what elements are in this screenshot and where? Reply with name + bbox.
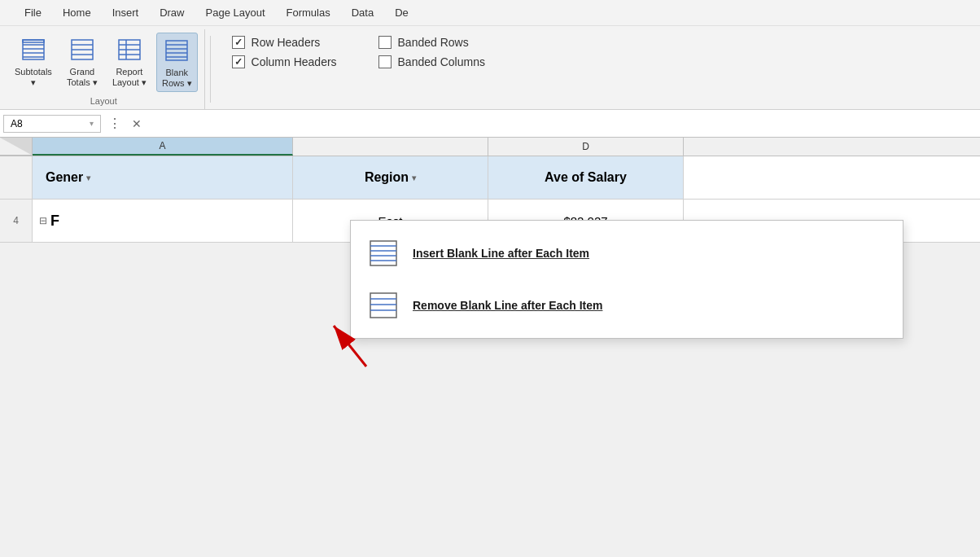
checkbox-group: Row Headers Banded Rows Column Headers — [219, 29, 525, 75]
report-layout-button[interactable]: Report Layout ▾ — [107, 33, 151, 90]
cell-a4[interactable]: ⊟ F — [33, 200, 293, 242]
formula-bar-cancel[interactable]: ✕ — [127, 114, 147, 134]
subtotals-icon — [19, 35, 48, 64]
blank-rows-dropdown: Insert Blank Line after Each Item Remove… — [350, 220, 903, 339]
menu-draw[interactable]: Draw — [151, 3, 192, 22]
report-layout-icon — [115, 35, 144, 64]
blank-rows-label: Blank Rows ▾ — [162, 68, 192, 89]
ribbon-toolbar: Subtotals ▾ Grand — [0, 26, 980, 109]
checkbox-row-2: Column Headers Banded Columns — [232, 55, 512, 68]
corner-cell — [0, 138, 33, 156]
subtotals-button[interactable]: Subtotals ▾ — [10, 33, 57, 90]
menu-home[interactable]: Home — [55, 3, 99, 22]
menu-more[interactable]: De — [387, 3, 417, 22]
menu-insert[interactable]: Insert — [104, 3, 147, 22]
insert-blank-line-label: Insert Blank Line after Each Item — [413, 247, 589, 260]
layout-group-label: Layout — [10, 92, 198, 109]
table-style-options-group: Row Headers Banded Rows Column Headers — [216, 29, 532, 109]
grand-totals-button[interactable]: Grand Totals ▾ — [62, 33, 103, 90]
grand-totals-label: Grand Totals ▾ — [67, 67, 98, 88]
cell-c3[interactable]: Ave of Salary — [488, 156, 684, 199]
layout-group-content: Subtotals ▾ Grand — [10, 29, 198, 92]
cell-a3-dropdown-arrow[interactable]: ▾ — [86, 173, 90, 182]
cell-a3[interactable]: Gener ▾ — [33, 156, 293, 199]
menu-file[interactable]: File — [16, 3, 50, 22]
row-num-3 — [0, 156, 33, 199]
expand-icon[interactable]: ⊟ — [39, 215, 47, 226]
layout-group: Subtotals ▾ Grand — [7, 29, 205, 109]
blank-rows-button[interactable]: Blank Rows ▾ — [156, 33, 198, 92]
remove-blank-line-label: Remove Blank Line after Each Item — [413, 299, 602, 312]
checkbox-row-1: Row Headers Banded Rows — [232, 36, 512, 49]
cell-b3-value: Region — [365, 170, 409, 185]
menu-page-layout[interactable]: Page Layout — [198, 3, 273, 22]
name-box[interactable]: A8 ▾ — [3, 115, 101, 133]
column-headers-checkbox[interactable] — [232, 55, 245, 68]
report-layout-label: Report Layout ▾ — [112, 67, 147, 88]
svg-rect-20 — [370, 241, 396, 265]
remove-blank-line-item[interactable]: Remove Blank Line after Each Item — [351, 279, 903, 331]
menu-formulas[interactable]: Formulas — [278, 3, 339, 22]
cell-c3-value: Ave of Salary — [545, 170, 627, 185]
subtotals-label: Subtotals ▾ — [15, 67, 52, 88]
menu-bar: File Home Insert Draw Page Layout Formul… — [0, 0, 980, 26]
col-headers-row: A D — [0, 138, 980, 156]
svg-marker-31 — [0, 138, 33, 156]
banded-columns-checkbox-item[interactable]: Banded Columns — [378, 55, 512, 68]
col-header-d[interactable]: D — [488, 138, 684, 156]
banded-columns-label: Banded Columns — [398, 55, 512, 68]
row-num-4: 4 — [0, 200, 33, 242]
banded-columns-checkbox[interactable] — [378, 55, 392, 68]
column-headers-checkbox-item[interactable]: Column Headers — [232, 55, 365, 68]
row-headers-label: Row Headers — [252, 36, 365, 49]
banded-rows-checkbox-item[interactable]: Banded Rows — [378, 36, 512, 49]
col-header-b[interactable] — [293, 138, 488, 156]
row-headers-checkbox[interactable] — [232, 36, 245, 49]
row-headers-checkbox-item[interactable]: Row Headers — [232, 36, 365, 49]
insert-blank-line-item[interactable]: Insert Blank Line after Each Item — [351, 227, 903, 279]
remove-blank-line-icon — [367, 289, 400, 322]
column-headers-label: Column Headers — [252, 55, 365, 68]
menu-data[interactable]: Data — [343, 3, 382, 22]
cell-a4-value: F — [50, 213, 59, 230]
data-row-3: Gener ▾ Region ▾ Ave of Salary — [0, 156, 980, 200]
ribbon-divider — [210, 36, 211, 103]
banded-rows-checkbox[interactable] — [378, 36, 392, 49]
svg-rect-25 — [370, 293, 396, 318]
cell-reference: A8 — [11, 118, 23, 129]
cell-b3[interactable]: Region ▾ — [293, 156, 488, 199]
formula-bar-dots[interactable]: ⋮ — [104, 114, 124, 134]
cell-b3-dropdown-arrow[interactable]: ▾ — [412, 173, 416, 182]
cell-a3-value: Gener — [46, 170, 83, 185]
banded-rows-label: Banded Rows — [398, 36, 512, 49]
grand-totals-icon — [68, 35, 97, 64]
col-header-a[interactable]: A — [33, 138, 293, 156]
insert-blank-line-icon — [367, 237, 400, 270]
formula-bar: A8 ▾ ⋮ ✕ — [0, 110, 980, 138]
ribbon: File Home Insert Draw Page Layout Formul… — [0, 0, 980, 110]
blank-rows-icon — [162, 36, 191, 65]
